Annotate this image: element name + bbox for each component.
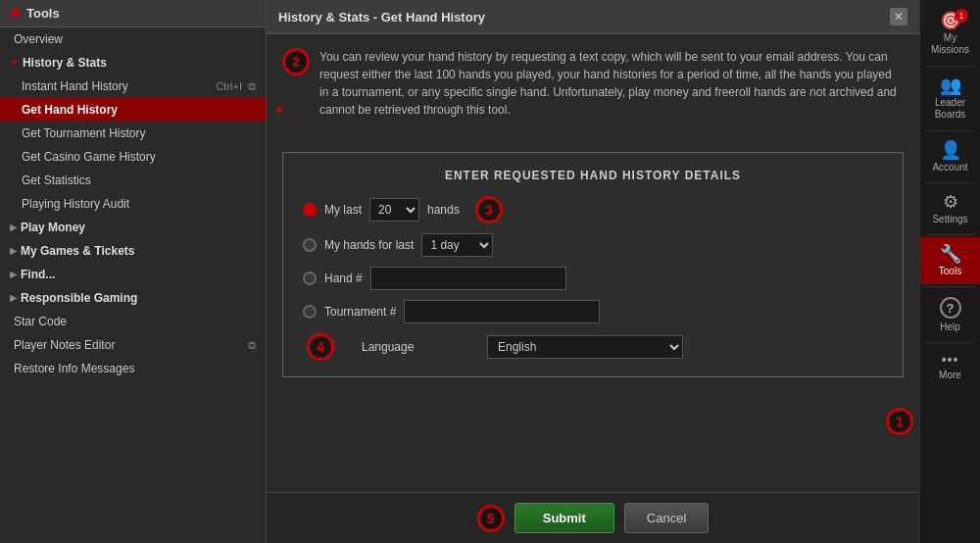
sidebar-item-get-hand-history[interactable]: Get Hand History: [0, 98, 266, 122]
nav-label-settings: Settings: [932, 214, 967, 224]
sidebar-item-responsible-gaming[interactable]: ▶ Responsible Gaming: [0, 286, 266, 310]
nav-label-tools: Tools: [939, 266, 961, 276]
sidebar-item-label: Get Hand History: [22, 103, 118, 117]
label-hands-for-last: My hands for last: [324, 238, 414, 252]
sidebar-item-label: Instant Hand History: [22, 79, 128, 93]
help-icon: ?: [940, 297, 961, 319]
nav-separator-3: [926, 182, 974, 183]
nav-item-tools[interactable]: 🔧 Tools: [920, 237, 980, 284]
hand-number-input[interactable]: [370, 267, 566, 290]
sidebar-item-my-games-tickets[interactable]: ▶ My Games & Tickets: [0, 239, 266, 263]
callout-2: 2: [282, 48, 310, 75]
expand-arrow-responsible: ▶: [10, 293, 17, 303]
settings-icon: ⚙: [943, 193, 958, 211]
sidebar-item-label: Responsible Gaming: [21, 291, 137, 305]
sidebar-item-label: Player Notes Editor: [14, 338, 115, 352]
sidebar-item-restore-info-messages[interactable]: Restore Info Messages: [0, 357, 266, 380]
main-header: History & Stats - Get Hand History ✕: [267, 0, 919, 34]
nav-separator-6: [926, 342, 974, 343]
sidebar-item-label: Restore Info Messages: [14, 362, 134, 375]
nav-label-help: Help: [940, 321, 960, 332]
sidebar-header: ✱ Tools: [0, 0, 266, 27]
nav-item-account[interactable]: 👤 Account: [920, 133, 980, 180]
sidebar-item-label: Play Money: [21, 221, 85, 234]
expand-arrow-play-money: ▶: [10, 222, 17, 232]
account-icon: 👤: [940, 141, 961, 159]
nav-item-more[interactable]: ••• More: [920, 345, 980, 388]
page-title: History & Stats - Get Hand History: [278, 10, 485, 25]
nav-separator-1: [926, 66, 974, 67]
radio-hands-for-last[interactable]: [303, 238, 317, 252]
nav-item-leader-boards[interactable]: 👥 LeaderBoards: [920, 69, 980, 128]
callout-3: 3: [475, 196, 503, 223]
sidebar-item-label: Get Casino Game History: [22, 150, 156, 164]
expand-arrow-find: ▶: [10, 270, 17, 279]
more-icon: •••: [942, 353, 959, 367]
sidebar-item-label: Get Tournament History: [22, 126, 146, 140]
shortcut-ctrl-i: Ctrl+I: [216, 80, 242, 92]
sidebar-item-get-casino-game-history[interactable]: Get Casino Game History: [0, 145, 266, 169]
sidebar-item-instant-hand-history[interactable]: Instant Hand History Ctrl+I ⧉: [0, 74, 266, 98]
sidebar: ✱ Tools Overview ▼ History & Stats Insta…: [0, 0, 267, 543]
main-footer: 5 Submit Cancel: [267, 492, 919, 543]
sidebar-item-play-money[interactable]: ▶ Play Money: [0, 216, 266, 239]
sidebar-item-history-stats[interactable]: ▼ History & Stats: [0, 51, 266, 74]
nav-separator-2: [926, 130, 974, 131]
missions-badge: 1: [955, 9, 968, 23]
nav-item-my-missions[interactable]: 🎯 1 MyMissions: [920, 4, 980, 64]
sidebar-item-get-tournament-history[interactable]: Get Tournament History: [0, 122, 266, 145]
my-last-select[interactable]: 20 5 10 50 100: [369, 198, 419, 222]
sidebar-item-find[interactable]: ▶ Find...: [0, 263, 266, 286]
close-button[interactable]: ✕: [890, 8, 907, 25]
language-select[interactable]: English French German Spanish Italian Po…: [487, 335, 683, 359]
nav-label-my-missions: MyMissions: [931, 32, 969, 56]
sidebar-item-label: My Games & Tickets: [21, 244, 135, 258]
main-body: 2 You can review your hand history by re…: [267, 34, 919, 492]
sidebar-title: Tools: [26, 6, 60, 21]
callout-1-container: 1: [886, 408, 913, 435]
callout-4: 4: [307, 333, 334, 361]
nav-label-more: More: [939, 370, 961, 380]
nav-separator-4: [926, 234, 974, 235]
language-row: 4 Language English French German Spanish…: [303, 333, 883, 361]
label-my-last: My last: [324, 203, 362, 217]
tournament-number-input[interactable]: [404, 300, 600, 323]
sidebar-item-label: Playing History Audit: [22, 197, 129, 211]
callout-5: 5: [477, 505, 505, 532]
expand-arrow-history: ▼: [10, 58, 19, 68]
copy-icon: ⧉: [248, 80, 256, 93]
radio-my-last[interactable]: [303, 203, 317, 217]
hand-history-form: ENTER REQUESTED HAND HISTORY DETAILS My …: [282, 152, 904, 377]
label-hand-number: Hand #: [324, 272, 363, 285]
form-row-hands-for-last: My hands for last 1 day 2 days 7 days 30…: [303, 233, 883, 257]
form-title: ENTER REQUESTED HAND HISTORY DETAILS: [303, 169, 883, 182]
callout-1: 1: [886, 408, 913, 435]
nav-separator-5: [926, 286, 974, 287]
sidebar-item-star-code[interactable]: Star Code: [0, 310, 266, 333]
form-row-tournament-number: Tournament #: [303, 300, 883, 323]
cancel-button[interactable]: Cancel: [624, 503, 709, 533]
form-row-my-last: My last 20 5 10 50 100 hands 3: [303, 196, 883, 223]
language-label: Language: [342, 340, 479, 354]
copy-icon-notes: ⧉: [248, 339, 256, 352]
sidebar-item-label: Overview: [14, 32, 63, 46]
hands-for-last-select[interactable]: 1 day 2 days 7 days 30 days: [421, 233, 493, 257]
sidebar-item-get-statistics[interactable]: Get Statistics: [0, 169, 266, 192]
expand-arrow-my-games: ▶: [10, 246, 17, 256]
nav-item-settings[interactable]: ⚙ Settings: [920, 185, 980, 232]
sidebar-item-label: Find...: [21, 268, 55, 281]
radio-hand-number[interactable]: [303, 272, 317, 285]
sidebar-item-playing-history-audit[interactable]: Playing History Audit: [0, 192, 266, 216]
sidebar-item-overview[interactable]: Overview: [0, 27, 266, 51]
nav-item-help[interactable]: ? Help: [920, 289, 980, 340]
label-hands: hands: [427, 203, 460, 217]
right-nav: 🎯 1 MyMissions 👥 LeaderBoards 👤 Account …: [919, 0, 980, 543]
nav-label-leader-boards: LeaderBoards: [935, 97, 966, 121]
sidebar-item-player-notes-editor[interactable]: Player Notes Editor ⧉: [0, 333, 266, 357]
nav-label-account: Account: [932, 162, 967, 173]
radio-tournament-number[interactable]: [303, 305, 317, 319]
tools-nav-icon: 🔧: [940, 245, 961, 263]
submit-button[interactable]: Submit: [514, 503, 614, 533]
form-row-hand-number: Hand #: [303, 267, 883, 290]
sidebar-item-label: Star Code: [14, 315, 67, 328]
